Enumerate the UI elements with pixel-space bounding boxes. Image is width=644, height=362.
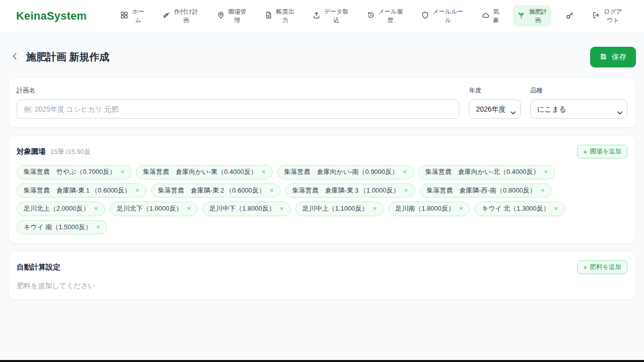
variety-field-group: 品種 にこまる xyxy=(530,86,627,119)
remove-field-icon[interactable]: × xyxy=(270,187,274,194)
nav-item-planting-plan[interactable]: 作付け計 画 xyxy=(158,5,203,26)
field-tag: 足川中上（1.1000反）× xyxy=(295,202,384,216)
remove-field-icon[interactable]: × xyxy=(544,168,548,175)
plan-name-field-group: 計画名 xyxy=(17,86,459,119)
remove-field-icon[interactable]: × xyxy=(187,205,191,212)
add-field-button[interactable]: + 圃場を追加 xyxy=(577,145,627,158)
target-fields-count: 15筆 /15.90反 xyxy=(50,147,91,156)
year-select[interactable]: 2026年度 xyxy=(469,100,521,119)
field-tag: 足川北下（1.0000反）× xyxy=(110,202,198,216)
field-tag: キウイ 南（1.5000反）× xyxy=(17,220,107,235)
nav-item-home[interactable]: ホー ム xyxy=(116,5,148,26)
nav-label: メール履 歴 xyxy=(378,8,403,24)
year-label: 年度 xyxy=(469,86,521,95)
remove-field-icon[interactable]: × xyxy=(280,205,284,212)
grid-icon xyxy=(120,11,128,21)
plan-name-label: 計画名 xyxy=(17,86,459,95)
field-tag: 集落営農 倉庫隣-西-南（0.8000反）× xyxy=(420,184,551,198)
nav-label: 帳票出 力 xyxy=(276,8,294,24)
plus-icon: + xyxy=(583,264,587,271)
field-tag-label: 集落営農 倉庫向かい-北（0.4000反） xyxy=(425,167,539,176)
field-tag: 集落営農 倉庫向かい-北（0.4000反）× xyxy=(418,165,555,179)
back-button[interactable] xyxy=(8,50,22,64)
field-tag: 足川南（1.8000反）× xyxy=(388,202,470,216)
field-tag-label: キウイ 北（1.3000反） xyxy=(481,204,549,213)
remove-field-icon[interactable]: × xyxy=(373,205,377,212)
plan-name-input[interactable] xyxy=(17,100,459,119)
field-tag: 足川北上（2.0000反）× xyxy=(17,202,105,216)
variety-select[interactable]: にこまる xyxy=(530,100,627,119)
plus-icon: + xyxy=(583,148,587,155)
nav-label: 施肥計 画 xyxy=(529,8,547,24)
nav-item-password-key[interactable] xyxy=(561,9,579,24)
remove-field-icon[interactable]: × xyxy=(120,168,124,175)
field-tag: 集落営農 倉庫隣-東２（0.6000反）× xyxy=(151,184,281,198)
nav-item-logout[interactable]: ログア ウト xyxy=(588,5,627,26)
auto-calc-card: 自動計算設定 + 肥料を追加 肥料を追加してください xyxy=(8,251,636,300)
nav-item-fertilization-plan[interactable]: 施肥計 画 xyxy=(513,5,551,26)
field-tag: 集落営農 倉庫隣-東１（0.6000反）× xyxy=(17,184,146,198)
field-tag-label: 集落営農 倉庫隣-東１（0.6000反） xyxy=(24,186,131,195)
cloud-icon xyxy=(481,11,490,21)
field-tag-label: 足川南（1.8000反） xyxy=(395,204,455,213)
nav-item-weather[interactable]: 気 象 xyxy=(477,5,504,26)
remove-field-icon[interactable]: × xyxy=(262,168,266,175)
nav-item-data-import[interactable]: データ取 込 xyxy=(308,5,353,26)
main-content: 施肥計画 新規作成 保存 計画名 年度 2026年度 xyxy=(0,47,644,300)
field-tag-label: 足川中下（1.8000反） xyxy=(209,204,275,213)
remove-field-icon[interactable]: × xyxy=(540,187,544,194)
year-field-group: 年度 2026年度 xyxy=(469,86,521,119)
remove-field-icon[interactable]: × xyxy=(403,168,407,175)
nav-label: データ取 込 xyxy=(324,8,349,24)
target-fields-title: 対象圃場 xyxy=(17,147,46,156)
field-tag: 集落営農 倉庫隣-東３（1.0000反）× xyxy=(285,184,415,198)
remove-field-icon[interactable]: × xyxy=(135,187,139,194)
nav-item-mail-rules[interactable]: メールルー ル xyxy=(417,5,468,26)
sprout-icon xyxy=(517,11,525,21)
plan-form-card: 計画名 年度 2026年度 品種 にこま xyxy=(8,77,636,128)
key-icon xyxy=(566,11,574,21)
title-row: 施肥計画 新規作成 保存 xyxy=(8,47,636,67)
field-tag-label: 集落営農 倉庫向かい-東（0.4000反） xyxy=(143,167,257,176)
nav-label: メールルー ル xyxy=(433,8,463,24)
wheat-icon xyxy=(163,11,171,21)
nav-item-field-management[interactable]: 圃場管 理 xyxy=(212,5,251,26)
remove-field-icon[interactable]: × xyxy=(404,187,408,194)
map-pin-icon xyxy=(217,11,225,21)
save-button[interactable]: 保存 xyxy=(590,47,636,67)
shield-icon xyxy=(421,11,429,21)
add-fertilizer-button[interactable]: + 肥料を追加 xyxy=(577,260,627,274)
logout-icon xyxy=(592,11,600,21)
field-tag-label: 足川中上（1.1000反） xyxy=(302,204,368,213)
field-tag-label: 足川北下（1.0000反） xyxy=(117,204,183,213)
field-tag-label: キウイ 南（1.5000反） xyxy=(24,223,92,232)
remove-field-icon[interactable]: × xyxy=(96,224,100,231)
page-title: 施肥計画 新規作成 xyxy=(26,50,110,64)
app-screen: KeinaSystem ホー ム 作付け計 画 圃場管 理 帳票出 力 データ取… xyxy=(0,0,644,362)
document-icon xyxy=(265,11,273,21)
remove-field-icon[interactable]: × xyxy=(459,205,463,212)
nav-label: 気 象 xyxy=(493,8,499,24)
field-tag: 集落営農 倉庫向かい-南（0.9000反）× xyxy=(277,165,414,179)
fertilizer-empty-message: 肥料を追加してください xyxy=(17,282,627,291)
field-tag: 集落営農 竹やぶ（0.7000反）× xyxy=(17,165,131,179)
remove-field-icon[interactable]: × xyxy=(554,205,558,212)
chevron-left-icon xyxy=(11,52,20,62)
remove-field-icon[interactable]: × xyxy=(94,205,98,212)
field-tag-list: 集落営農 竹やぶ（0.7000反）× 集落営農 倉庫向かい-東（0.4000反）… xyxy=(17,165,627,234)
nav-item-mail-history[interactable]: メール履 歴 xyxy=(362,5,408,26)
field-tag-label: 集落営農 倉庫向かい-南（0.9000反） xyxy=(284,167,398,176)
field-tag: キウイ 北（1.3000反）× xyxy=(474,202,565,216)
add-field-button-label: 圃場を追加 xyxy=(590,147,621,156)
app-logo: KeinaSystem xyxy=(16,10,87,23)
field-tag: 足川中下（1.8000反）× xyxy=(202,202,291,216)
nav-label: 作付け計 画 xyxy=(174,8,198,24)
nav-item-report-output[interactable]: 帳票出 力 xyxy=(260,5,299,26)
save-button-label: 保存 xyxy=(612,52,626,62)
field-tag-label: 集落営農 倉庫隣-西-南（0.8000反） xyxy=(427,186,536,195)
auto-calc-title: 自動計算設定 xyxy=(17,262,60,272)
field-tag-label: 足川北上（2.0000反） xyxy=(24,204,90,213)
variety-label: 品種 xyxy=(530,86,627,95)
main-nav: ホー ム 作付け計 画 圃場管 理 帳票出 力 データ取 込 メール履 歴 xyxy=(116,5,627,26)
upload-icon xyxy=(312,11,320,21)
